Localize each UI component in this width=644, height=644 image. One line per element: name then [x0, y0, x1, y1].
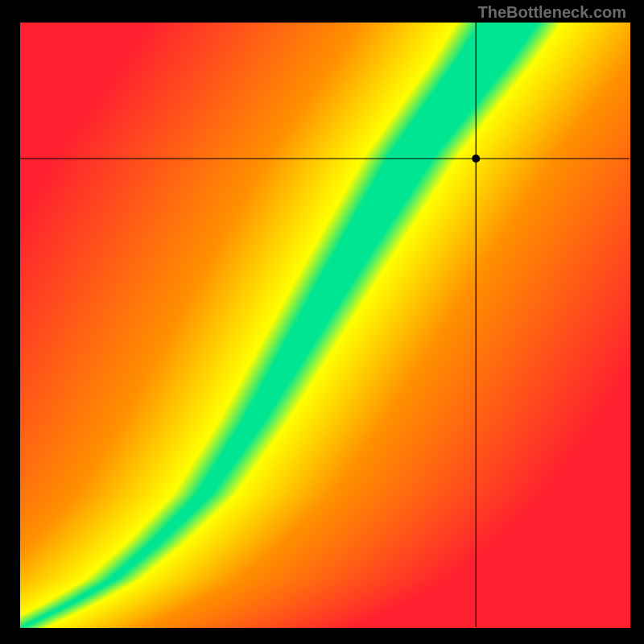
watermark-text: TheBottleneck.com — [478, 3, 626, 22]
bottleneck-heatmap — [0, 0, 644, 644]
chart-container: TheBottleneck.com — [0, 0, 644, 644]
